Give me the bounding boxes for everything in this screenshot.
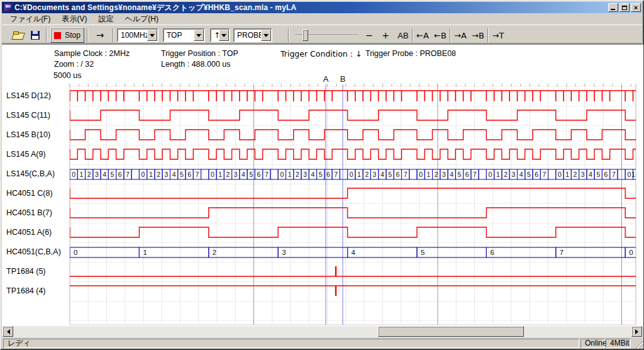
svg-text:7: 7 xyxy=(404,171,408,178)
cursors: AB xyxy=(323,74,346,325)
menu-item-settings[interactable]: 設定 xyxy=(92,13,119,26)
cursor-ab-button[interactable]: AB xyxy=(394,28,412,43)
svg-text:7: 7 xyxy=(334,171,338,178)
menu-item-view[interactable]: 表示(V) xyxy=(56,13,92,26)
svg-text:6: 6 xyxy=(257,171,261,178)
goto-cursor-b-button[interactable]: ←B xyxy=(432,28,448,43)
svg-text:5: 5 xyxy=(388,171,392,178)
trigger-position-combo[interactable]: TOP xyxy=(163,28,205,42)
svg-text:7: 7 xyxy=(542,171,546,178)
toolbar-separator xyxy=(450,28,451,42)
menu-item-help[interactable]: ヘルプ(H) xyxy=(119,13,164,26)
svg-text:1: 1 xyxy=(565,171,569,178)
set-cursor-a-button[interactable]: →A xyxy=(452,28,469,43)
svg-text:5: 5 xyxy=(527,171,531,178)
svg-text:1: 1 xyxy=(631,171,635,178)
svg-text:0: 0 xyxy=(72,171,75,178)
svg-text:2: 2 xyxy=(574,171,577,178)
svg-text:3: 3 xyxy=(373,171,377,178)
dropdown-button[interactable] xyxy=(219,30,229,41)
minimize-icon xyxy=(611,9,615,10)
svg-text:0: 0 xyxy=(558,171,562,178)
svg-text:6: 6 xyxy=(187,171,191,178)
svg-text:3: 3 xyxy=(303,171,307,178)
horizontal-scrollbar[interactable] xyxy=(2,326,643,337)
zoom-slider-thumb[interactable] xyxy=(303,30,308,41)
toolbar-separator xyxy=(113,28,114,42)
svg-text:7: 7 xyxy=(473,171,477,178)
channel-wave-3 xyxy=(70,149,641,159)
goto-trigger-button[interactable]: →T xyxy=(490,28,506,43)
dropdown-button[interactable] xyxy=(194,30,204,41)
svg-text:4: 4 xyxy=(311,171,314,178)
close-button[interactable]: × xyxy=(631,3,641,12)
svg-text:7: 7 xyxy=(195,171,199,178)
scroll-right-button[interactable] xyxy=(631,326,642,337)
svg-text:1: 1 xyxy=(79,171,83,178)
svg-text:0: 0 xyxy=(74,249,77,256)
statusbar: レディ Online 4MBit xyxy=(2,337,643,349)
minimize-button[interactable] xyxy=(608,3,618,12)
trigger-edge-value: ↑ xyxy=(211,30,219,41)
set-cursor-b-button[interactable]: →B xyxy=(470,28,486,43)
svg-text:0: 0 xyxy=(629,249,633,256)
svg-text:3: 3 xyxy=(581,171,585,178)
svg-text:1: 1 xyxy=(496,171,500,178)
svg-text:4: 4 xyxy=(242,171,245,178)
stop-button[interactable]: Stop xyxy=(50,28,84,43)
zoom-in-button[interactable]: + xyxy=(379,28,392,43)
save-button[interactable] xyxy=(27,28,43,43)
menu-item-file[interactable]: ファイル(F) xyxy=(4,13,56,26)
status-memory: 4MBit xyxy=(606,339,631,348)
goto-cursor-a-button[interactable]: ←A xyxy=(414,28,431,43)
chevron-down-icon xyxy=(150,34,155,40)
status-ready: レディ xyxy=(3,339,579,348)
svg-text:5: 5 xyxy=(458,171,462,178)
titlebar[interactable]: C:¥Documents and Settings¥noname¥デスクトップ¥… xyxy=(2,2,642,13)
sample-clock-combo[interactable]: 100MHz xyxy=(117,28,158,42)
single-run-button[interactable]: → xyxy=(90,28,110,43)
svg-text:0: 0 xyxy=(280,171,284,178)
waveform-client-area: Sample Clock : 2MHz Trigger Position : T… xyxy=(2,44,643,326)
folder-open-icon xyxy=(13,31,24,40)
svg-text:5: 5 xyxy=(596,171,600,178)
svg-text:0: 0 xyxy=(142,171,145,178)
menubar: ファイル(F) 表示(V) 設定 ヘルプ(H) xyxy=(2,13,642,25)
scroll-left-button[interactable] xyxy=(3,326,13,337)
svg-text:4: 4 xyxy=(352,249,356,256)
close-icon: × xyxy=(634,4,638,11)
sample-clock-value: 100MHz xyxy=(118,30,147,41)
svg-text:4: 4 xyxy=(519,171,523,178)
resize-grip[interactable] xyxy=(634,339,643,348)
channel-wave-7 xyxy=(70,227,638,237)
stop-label: Stop xyxy=(65,31,80,40)
svg-text:4: 4 xyxy=(172,171,176,178)
stop-icon xyxy=(54,32,61,39)
open-button[interactable] xyxy=(10,28,26,43)
svg-text:6: 6 xyxy=(396,171,399,178)
scrollbar-thumb[interactable] xyxy=(378,326,524,337)
maximize-button[interactable] xyxy=(619,3,630,12)
svg-text:2: 2 xyxy=(435,171,438,178)
status-online: Online xyxy=(580,339,604,348)
channel-wave-0 xyxy=(70,91,636,101)
triangle-left-icon xyxy=(4,329,10,334)
svg-text:4: 4 xyxy=(589,171,592,178)
maximize-icon xyxy=(622,6,627,10)
toolbar-separator xyxy=(412,28,413,42)
dropdown-button[interactable] xyxy=(261,30,271,41)
zoom-out-button[interactable]: − xyxy=(363,28,375,43)
floppy-icon xyxy=(31,31,40,40)
svg-text:5: 5 xyxy=(421,249,425,256)
svg-text:0: 0 xyxy=(211,171,214,178)
triangle-right-icon xyxy=(635,329,641,334)
right-arrow-icon: → xyxy=(96,30,104,41)
waveform-plot[interactable]: AB01234567012345670123456701234567012345… xyxy=(2,45,643,327)
trigger-edge-combo[interactable]: ↑ xyxy=(210,28,230,42)
svg-text:0: 0 xyxy=(419,171,423,178)
trigger-probe-combo[interactable]: PROBE00 xyxy=(233,28,272,42)
svg-text:4: 4 xyxy=(450,171,453,178)
dropdown-button[interactable] xyxy=(147,30,157,41)
svg-text:6: 6 xyxy=(535,171,538,178)
svg-text:0: 0 xyxy=(627,171,631,178)
